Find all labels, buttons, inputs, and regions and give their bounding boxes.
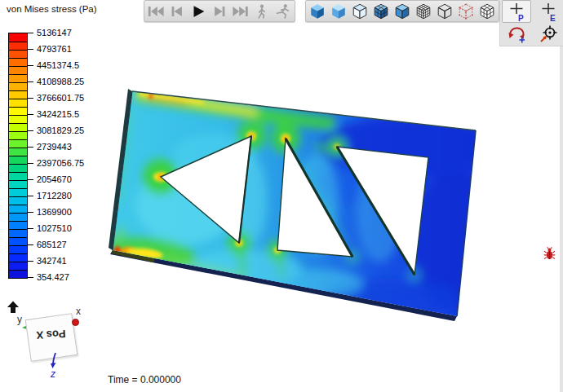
legend-tick-value: 685127 [37, 240, 67, 249]
legend-tick [28, 49, 33, 50]
legend-color-band [9, 50, 27, 58]
legend-tick-value: 3081829.25 [37, 126, 84, 135]
coarse-mesh-view-button[interactable] [477, 2, 498, 20]
z-axis-label: z [51, 368, 55, 380]
legend-color-band [9, 148, 27, 156]
flat-shaded-view-button[interactable] [392, 2, 413, 20]
shaded-mesh-view-button[interactable] [370, 2, 392, 20]
legend-color-band [9, 139, 27, 148]
legend-tick [28, 147, 33, 148]
legend-color-band [9, 82, 27, 90]
feature-edge-view-button[interactable] [455, 2, 477, 20]
legend-color-band [9, 123, 27, 131]
legend-tick-value: 2397056.75 [37, 158, 84, 168]
legend-color-band [9, 90, 27, 99]
z-axis-arrow-icon [47, 352, 60, 370]
legend-tick-value: 1369900 [37, 207, 72, 217]
stress-contour-face [98, 77, 506, 330]
svg-text:P: P [518, 14, 524, 22]
legend-tick-value: 5136147 [37, 28, 72, 37]
legend-color-band [9, 74, 27, 82]
legend-color-band [9, 66, 27, 74]
legend-color-band [9, 270, 27, 278]
x-axis-label: x [76, 306, 81, 317]
legend-color-band [9, 213, 27, 221]
pick-toolbar: PE [499, 0, 563, 46]
x-axis-marker [72, 319, 79, 326]
legend-tick-value: 342741 [37, 256, 67, 266]
legend-color-band [9, 262, 27, 270]
bug-icon[interactable] [543, 247, 556, 264]
playback-toolbar [144, 0, 295, 22]
legend-tick [28, 228, 33, 229]
legend-tick [28, 130, 33, 131]
legend-color-band [9, 253, 27, 262]
legend-tick-value: 3766601.75 [37, 93, 84, 103]
legend-color-band [9, 58, 27, 66]
legend-color-band [9, 172, 27, 180]
shaded-view-button[interactable] [307, 2, 328, 20]
legend-color-band [9, 164, 27, 172]
display-mode-toolbar [305, 0, 499, 22]
legend-tick-value: 1027510 [37, 223, 72, 233]
rotate-view-button[interactable] [503, 24, 530, 45]
legend-tick [28, 261, 33, 262]
legend-color-band [9, 180, 27, 188]
legend-tick-value: 1712280 [37, 191, 72, 200]
wireframe-view-button[interactable] [434, 2, 455, 20]
walk-mode-button[interactable] [251, 2, 273, 20]
legend-tick-value: 354.427 [37, 272, 69, 282]
legend-title: von Mises stress (Pa) [7, 4, 97, 14]
legend-tick [28, 114, 33, 115]
legend-tick [28, 212, 33, 213]
legend-color-band [9, 156, 27, 164]
orientation-triad[interactable]: y Pos X x z [0, 293, 106, 387]
run-mode-button[interactable] [273, 2, 294, 20]
legend-color-band [9, 115, 27, 123]
pick-point-button[interactable]: P [502, 0, 531, 23]
application-window: von Mises stress (Pa) 513614747937614451… [0, 0, 563, 392]
legend-tick [28, 179, 33, 180]
fine-mesh-view-button[interactable] [413, 2, 434, 20]
legend-color-band [9, 107, 27, 115]
legend-tick [28, 98, 33, 99]
view-plane-label: Pos X [28, 328, 74, 342]
legend-tick [28, 277, 33, 278]
legend-color-band [9, 33, 27, 42]
smooth-shaded-view-button[interactable] [328, 2, 349, 20]
legend-tick-value: 2054670 [37, 174, 72, 184]
svg-text:E: E [550, 14, 556, 22]
legend-tick [28, 33, 33, 33]
legend-tick-value: 4793761 [37, 44, 72, 54]
home-view-icon[interactable] [5, 299, 21, 315]
legend-color-band [9, 221, 27, 229]
legend-tick [28, 196, 33, 196]
legend-tick-value: 4108988.25 [37, 77, 84, 86]
next-frame-button[interactable] [209, 2, 230, 20]
legend-color-band [9, 205, 27, 213]
legend-color-band [9, 131, 27, 139]
legend-color-band [9, 99, 27, 107]
legend-color-band [9, 229, 27, 237]
legend-colorbar [8, 33, 28, 279]
legend-tick [28, 163, 33, 164]
legend-color-band [9, 188, 27, 196]
legend-color-band [9, 42, 27, 50]
go-to-first-frame-button[interactable] [145, 2, 166, 20]
legend-tick [28, 244, 33, 245]
legend-tick [28, 65, 33, 66]
legend-tick-value: 3424215.5 [37, 109, 79, 119]
legend-tick-value: 4451374.5 [37, 60, 79, 70]
previous-frame-button[interactable] [166, 2, 188, 20]
legend-tick [28, 81, 33, 82]
shaded-edges-view-button[interactable] [349, 2, 370, 20]
legend-color-band [9, 237, 27, 245]
center-of-rotation-button[interactable] [534, 24, 562, 45]
time-label: Time = 0.000000 [108, 374, 181, 385]
go-to-last-frame-button[interactable] [230, 2, 251, 20]
legend-tick-value: 2739443 [37, 142, 72, 152]
play-animation-button[interactable] [188, 2, 209, 20]
pick-element-button[interactable]: E [534, 1, 562, 22]
legend-color-band [9, 245, 27, 253]
legend-color-band [9, 196, 27, 205]
